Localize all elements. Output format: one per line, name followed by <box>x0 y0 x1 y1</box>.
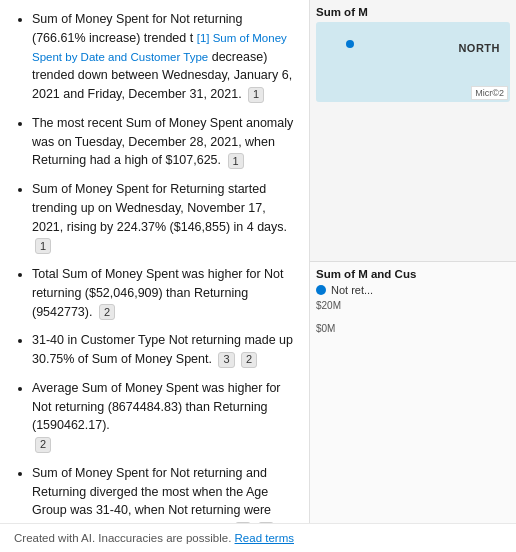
badge-4: 2 <box>99 304 115 320</box>
y-axis-0m: $0M <box>316 323 510 334</box>
bottom-chart-title: Sum of M and Cus <box>316 268 510 280</box>
y-axis-labels: $20M $0M <box>316 300 510 334</box>
read-terms-link[interactable]: Read terms <box>235 532 294 544</box>
insight-text-4: Total Sum of Money Spent was higher for … <box>32 267 284 319</box>
badge-5b: 2 <box>241 352 257 368</box>
map-visual: NORTH Micr©2 <box>316 22 510 102</box>
map-north-label: NORTH <box>458 42 500 54</box>
list-item: Sum of Money Spent for Returning started… <box>32 180 295 255</box>
insight-text-6: Average Sum of Money Spent was higher fo… <box>32 381 281 433</box>
badge-1: 1 <box>248 87 264 103</box>
top-chart-area: Sum of M NORTH Micr©2 <box>310 0 516 262</box>
badge-5a: 3 <box>218 352 234 368</box>
list-item: The most recent Sum of Money Spent anoma… <box>32 114 295 170</box>
bottom-chart-area: Sum of M and Cus Not ret... $20M $0M <box>310 262 516 523</box>
right-panel: Sum of M NORTH Micr©2 Sum of M and Cus N… <box>310 0 516 523</box>
footer-text: Created with AI. Inaccuracies are possib… <box>14 532 231 544</box>
list-item: Sum of Money Spent for Not returning and… <box>32 464 295 523</box>
y-axis-20m: $20M <box>316 300 510 311</box>
map-dot <box>346 40 354 48</box>
insight-text-2: The most recent Sum of Money Spent anoma… <box>32 116 293 168</box>
footer: Created with AI. Inaccuracies are possib… <box>0 523 516 552</box>
insight-text-7: Sum of Money Spent for Not returning and… <box>32 466 271 523</box>
badge-6: 2 <box>35 437 51 453</box>
list-item: Sum of Money Spent for Not returning (76… <box>32 10 295 104</box>
list-item: Average Sum of Money Spent was higher fo… <box>32 379 295 454</box>
badge-3: 1 <box>35 238 51 254</box>
legend-item-not-returning: Not ret... <box>316 284 510 296</box>
insights-content: Sum of Money Spent for Not returning (76… <box>14 10 295 523</box>
legend-label-not-returning: Not ret... <box>331 284 373 296</box>
microsoft-badge: Micr©2 <box>471 86 508 100</box>
badge-2: 1 <box>228 153 244 169</box>
left-panel: Sum of Money Spent for Not returning (76… <box>0 0 310 523</box>
top-chart-title: Sum of M <box>316 6 510 18</box>
insights-list: Sum of Money Spent for Not returning (76… <box>14 10 295 523</box>
list-item: 31-40 in Customer Type Not returning mad… <box>32 331 295 369</box>
list-item: Total Sum of Money Spent was higher for … <box>32 265 295 321</box>
insight-text-3: Sum of Money Spent for Returning started… <box>32 182 287 234</box>
legend-dot-not-returning <box>316 285 326 295</box>
main-container: Sum of Money Spent for Not returning (76… <box>0 0 516 523</box>
